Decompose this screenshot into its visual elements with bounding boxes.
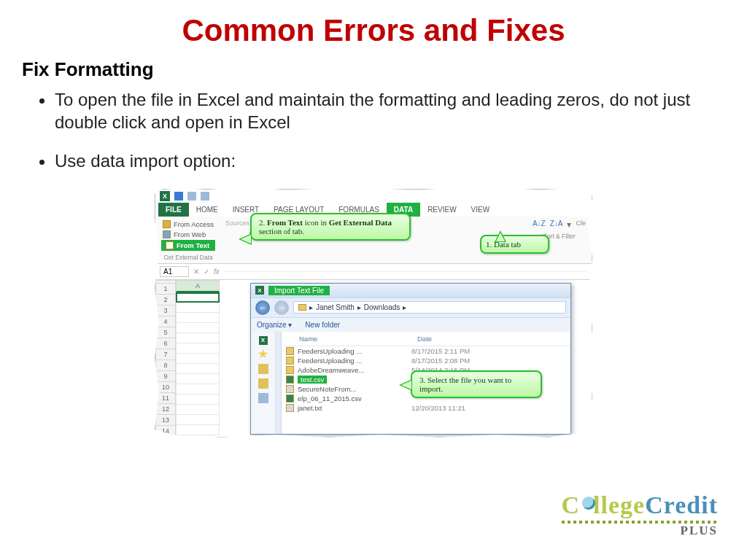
sources-label: Sources bbox=[225, 219, 249, 227]
dialog-titlebar: X Import Text File bbox=[251, 284, 570, 298]
from-web-label: From Web bbox=[174, 230, 206, 238]
row-header[interactable]: 4 bbox=[155, 316, 176, 327]
cell[interactable] bbox=[176, 323, 220, 333]
excel-screenshot: X FILE HOME INSERT PAGE LAYOUT FORMULAS … bbox=[155, 189, 592, 438]
cell[interactable] bbox=[176, 405, 220, 415]
folder-icon bbox=[286, 366, 294, 374]
breadcrumb-part[interactable]: Janet Smith bbox=[316, 303, 355, 311]
col-name[interactable]: Name bbox=[282, 332, 413, 346]
csv-icon bbox=[286, 376, 294, 384]
excel-logo-icon: X bbox=[259, 336, 268, 345]
logo-part: C bbox=[562, 491, 581, 518]
file-row[interactable]: FeedersUploading ...8/17/2015 2:11 PM bbox=[282, 346, 570, 356]
file-name: FeedersUploading ... bbox=[298, 357, 362, 365]
enter-icon[interactable]: ✓ bbox=[204, 268, 209, 276]
cancel-icon[interactable]: ✕ bbox=[193, 268, 199, 276]
callout-text: icon in bbox=[303, 218, 329, 227]
bullet-list: To open the file in Excel and maintain t… bbox=[0, 81, 747, 173]
cell[interactable] bbox=[176, 415, 220, 425]
logo-part: llege bbox=[593, 491, 645, 518]
file-date: 12/20/2013 11:21 bbox=[411, 404, 566, 412]
from-text-label: From Text bbox=[177, 241, 209, 249]
from-access-button[interactable]: From Access bbox=[161, 219, 215, 229]
file-row[interactable]: FeedersUploading ...8/17/2015 2:08 PM bbox=[282, 356, 570, 365]
row-header[interactable]: 2 bbox=[155, 295, 176, 306]
file-name: AdobeDreamweave... bbox=[298, 366, 364, 374]
cell[interactable] bbox=[176, 313, 220, 323]
redo-icon[interactable] bbox=[201, 192, 209, 201]
breadcrumb-part[interactable]: Downloads bbox=[364, 303, 400, 311]
file-row[interactable]: janet.txt12/20/2013 11:21 bbox=[282, 403, 570, 413]
cell[interactable] bbox=[176, 384, 220, 394]
folder-icon[interactable] bbox=[258, 378, 268, 389]
from-text-button[interactable]: From Text bbox=[161, 240, 215, 251]
callout-text: 2. bbox=[259, 218, 267, 227]
back-button[interactable]: ← bbox=[255, 300, 270, 315]
formula-bar: ✕ ✓ fx bbox=[155, 264, 592, 280]
tab-view[interactable]: VIEW bbox=[464, 203, 498, 217]
fx-icon[interactable]: fx bbox=[214, 268, 220, 276]
file-list-header[interactable]: Name Date bbox=[282, 332, 570, 346]
cell-a1[interactable] bbox=[176, 292, 220, 303]
cell[interactable] bbox=[176, 364, 220, 374]
save-icon[interactable] bbox=[174, 192, 183, 201]
file-name: elp_06_11_2015.csv bbox=[298, 394, 362, 402]
row-header[interactable]: 5 bbox=[155, 327, 176, 338]
tab-file[interactable]: FILE bbox=[158, 203, 189, 217]
cell[interactable] bbox=[176, 333, 220, 343]
folder-icon bbox=[298, 304, 306, 311]
cell[interactable] bbox=[176, 374, 220, 384]
file-name: test.csv bbox=[298, 376, 327, 384]
row-header[interactable]: 13 bbox=[155, 415, 176, 426]
col-date[interactable]: Date bbox=[413, 332, 570, 346]
organize-menu[interactable]: Organize ▾ bbox=[257, 321, 292, 329]
tab-review[interactable]: REVIEW bbox=[420, 203, 463, 217]
breadcrumb[interactable]: ▸Janet Smith ▸Downloads ▸ bbox=[293, 301, 566, 314]
callout-from-text: 2. From Text icon in Get External Data s… bbox=[250, 213, 411, 241]
favorites-icon[interactable] bbox=[258, 349, 268, 359]
txt-icon bbox=[286, 404, 294, 412]
callout-data-tab: 1. Data tab bbox=[480, 235, 549, 254]
sort-az-icon[interactable]: A↓Z bbox=[533, 219, 546, 230]
new-folder-button[interactable]: New folder bbox=[305, 321, 340, 329]
cell[interactable] bbox=[176, 343, 220, 354]
forward-button[interactable]: → bbox=[274, 300, 289, 315]
cell[interactable] bbox=[176, 394, 220, 405]
row-header[interactable]: 10 bbox=[155, 382, 176, 393]
undo-icon[interactable] bbox=[187, 192, 196, 201]
excel-titlebar: X bbox=[155, 190, 592, 203]
scrollbar[interactable] bbox=[276, 332, 282, 434]
sort-za-icon[interactable]: Z↓A bbox=[550, 219, 563, 230]
row-header[interactable]: 12 bbox=[155, 404, 176, 415]
college-credit-plus-logo: CollegeCredit PLUS bbox=[562, 491, 718, 538]
tab-home[interactable]: HOME bbox=[189, 203, 225, 217]
row-header[interactable]: 14 bbox=[155, 426, 176, 437]
cell[interactable] bbox=[176, 425, 220, 435]
folder-icon bbox=[286, 357, 294, 365]
col-header-a[interactable]: A bbox=[176, 280, 220, 292]
row-header[interactable]: 3 bbox=[155, 306, 176, 316]
filter-icon[interactable]: ▾ bbox=[567, 219, 571, 230]
from-access-label: From Access bbox=[174, 220, 214, 228]
file-name: SecureNoteFrom... bbox=[298, 385, 356, 393]
text-file-icon bbox=[166, 241, 174, 249]
row-header[interactable]: 6 bbox=[155, 338, 176, 349]
cell[interactable] bbox=[176, 354, 220, 364]
cell[interactable] bbox=[176, 303, 220, 313]
from-web-button[interactable]: From Web bbox=[161, 230, 215, 239]
row-header[interactable]: 11 bbox=[155, 393, 176, 404]
callout-text: 3. Select the file you want to import. bbox=[419, 376, 511, 393]
folder-icon[interactable] bbox=[258, 364, 268, 374]
txt-icon bbox=[286, 385, 294, 393]
name-box[interactable] bbox=[160, 266, 189, 277]
row-header[interactable]: 1 bbox=[155, 284, 176, 295]
row-header[interactable]: 7 bbox=[155, 349, 176, 360]
folder-icon bbox=[286, 347, 294, 355]
logo-part: Credit bbox=[645, 491, 718, 518]
bullet-item: Use data import option: bbox=[55, 149, 707, 172]
row-header[interactable]: 9 bbox=[155, 371, 176, 382]
worksheet[interactable]: 1 2 3 4 5 6 7 8 9 10 11 12 13 14 A bbox=[155, 280, 592, 437]
clear-icon[interactable]: Cle bbox=[576, 219, 586, 230]
computer-icon[interactable] bbox=[258, 393, 268, 403]
row-header[interactable]: 8 bbox=[155, 360, 176, 371]
